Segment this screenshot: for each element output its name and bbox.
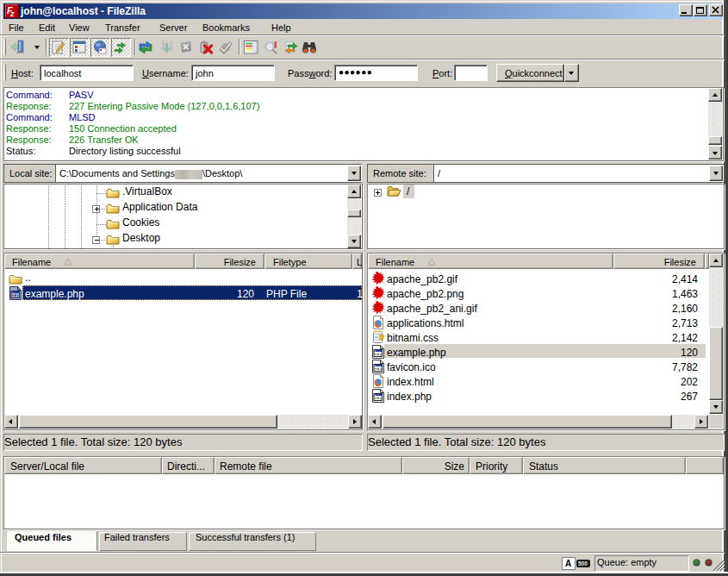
svg-text:z: z <box>9 9 15 18</box>
